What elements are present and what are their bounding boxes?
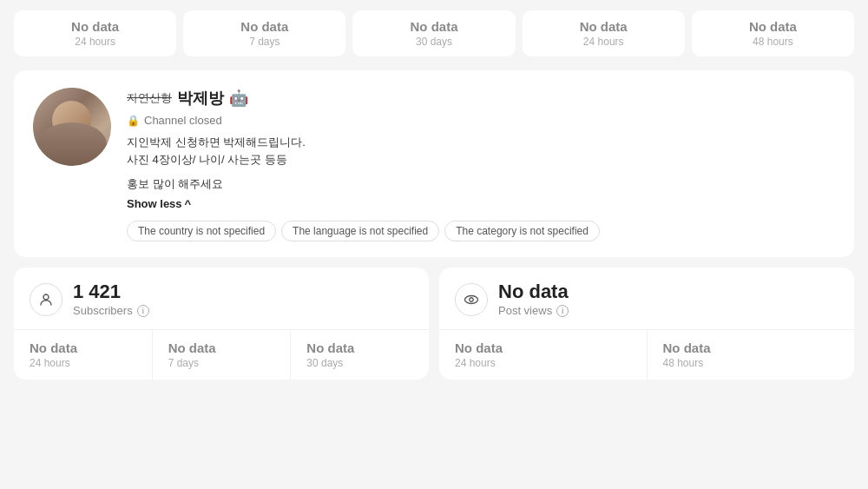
channel-name-prefix: 자연산형 bbox=[127, 90, 172, 106]
lock-icon: 🔒 bbox=[127, 115, 140, 127]
views-label-row: Post views i bbox=[498, 304, 569, 317]
show-less-button[interactable]: Show less ^ bbox=[127, 197, 835, 210]
views-sub-stat-cell-1: No data 48 hours bbox=[648, 330, 855, 380]
subscribers-value: 1 421 bbox=[73, 281, 149, 302]
views-icon bbox=[455, 283, 488, 316]
views-value: No data bbox=[498, 281, 569, 302]
views-value-block: No data Post views i bbox=[498, 281, 569, 317]
views-label: Post views bbox=[498, 304, 552, 317]
show-less-label: Show less bbox=[127, 197, 182, 210]
sub-stat-period-0: 24 hours bbox=[30, 357, 136, 369]
top-stat-value-2: No data bbox=[411, 19, 458, 34]
views-sub-stat-value-1: No data bbox=[663, 340, 839, 355]
sub-stat-value-2: No data bbox=[306, 340, 413, 355]
profile-section: 자연산형 박제방 🤖 🔒 Channel closed 지인박제 신청하면 박제… bbox=[14, 70, 854, 257]
subscribers-card: 1 421 Subscribers i No data 24 hours No … bbox=[14, 268, 429, 380]
sub-stat-value-0: No data bbox=[30, 340, 136, 355]
tags-row: The country is not specifiedThe language… bbox=[127, 221, 835, 241]
top-stat-value-0: No data bbox=[71, 19, 119, 34]
bottom-stats-area: 1 421 Subscribers i No data 24 hours No … bbox=[0, 268, 868, 393]
views-card: No data Post views i No data 24 hours No… bbox=[439, 268, 854, 380]
page-wrapper: No data 24 hours No data 7 days No data … bbox=[0, 0, 868, 489]
top-stat-card-4: No data 48 hours bbox=[692, 10, 854, 56]
top-stat-value-3: No data bbox=[580, 19, 628, 34]
views-sub-stat-value-0: No data bbox=[455, 340, 631, 355]
tag-badge-0[interactable]: The country is not specified bbox=[127, 221, 276, 241]
views-info-icon[interactable]: i bbox=[556, 305, 569, 317]
svg-point-0 bbox=[43, 294, 49, 300]
views-sub-stat-period-0: 24 hours bbox=[455, 357, 631, 369]
svg-point-2 bbox=[470, 297, 474, 301]
channel-name-row: 자연산형 박제방 🤖 bbox=[127, 88, 835, 109]
channel-description: 지인박제 신청하면 박제해드립니다. 사진 4장이상/ 나이/ 사는곳 등등 bbox=[127, 134, 835, 168]
top-stats-row: No data 24 hours No data 7 days No data … bbox=[0, 0, 868, 63]
views-sub-stat-period-1: 48 hours bbox=[663, 357, 839, 369]
sub-stat-value-1: No data bbox=[168, 340, 275, 355]
avatar bbox=[33, 88, 111, 166]
bot-icon: 🤖 bbox=[229, 89, 248, 108]
top-stat-value-4: No data bbox=[749, 19, 797, 34]
top-stat-card-1: No data 7 days bbox=[183, 10, 345, 56]
top-stat-period-4: 48 hours bbox=[753, 36, 793, 48]
subscribers-value-block: 1 421 Subscribers i bbox=[73, 281, 149, 317]
subscribers-label-row: Subscribers i bbox=[73, 304, 149, 317]
top-stat-period-1: 7 days bbox=[249, 36, 279, 48]
views-sub-row: No data 24 hours No data 48 hours bbox=[439, 330, 854, 380]
views-sub-stat-cell-0: No data 24 hours bbox=[439, 330, 648, 380]
top-stat-period-0: 24 hours bbox=[75, 36, 115, 48]
sub-stat-cell-2: No data 30 days bbox=[291, 330, 429, 380]
sub-stat-period-1: 7 days bbox=[168, 357, 275, 369]
subscribers-sub-row: No data 24 hours No data 7 days No data … bbox=[14, 330, 429, 380]
subscribers-header: 1 421 Subscribers i bbox=[14, 268, 429, 330]
desc-line2: 사진 4장이상/ 나이/ 사는곳 등등 bbox=[127, 153, 287, 166]
sub-stat-cell-0: No data 24 hours bbox=[14, 330, 153, 380]
tag-badge-1[interactable]: The language is not specified bbox=[281, 221, 439, 241]
views-header: No data Post views i bbox=[439, 268, 854, 330]
subscribers-icon bbox=[30, 283, 62, 316]
profile-info: 자연산형 박제방 🤖 🔒 Channel closed 지인박제 신청하면 박제… bbox=[127, 88, 835, 241]
desc-line1: 지인박제 신청하면 박제해드립니다. bbox=[127, 135, 306, 149]
subscribers-info-icon[interactable]: i bbox=[137, 305, 149, 317]
top-stat-card-0: No data 24 hours bbox=[14, 10, 176, 56]
svg-point-1 bbox=[465, 295, 478, 303]
tag-badge-2[interactable]: The category is not specified bbox=[444, 221, 600, 241]
top-stat-period-2: 30 days bbox=[416, 36, 452, 48]
top-stat-card-2: No data 30 days bbox=[352, 10, 515, 56]
sub-stat-cell-1: No data 7 days bbox=[153, 330, 292, 380]
top-stat-period-3: 24 hours bbox=[583, 36, 624, 48]
channel-status: 🔒 Channel closed bbox=[127, 114, 835, 127]
avatar-image bbox=[33, 88, 111, 166]
channel-name-main: 박제방 bbox=[177, 88, 224, 109]
top-stat-card-3: No data 24 hours bbox=[523, 10, 685, 56]
channel-promo: 홍보 많이 해주세요 bbox=[127, 176, 835, 192]
chevron-up-icon: ^ bbox=[185, 197, 192, 210]
subscribers-label: Subscribers bbox=[73, 304, 133, 317]
sub-stat-period-2: 30 days bbox=[306, 357, 413, 369]
channel-status-text: Channel closed bbox=[144, 114, 222, 127]
top-stat-value-1: No data bbox=[240, 19, 288, 34]
